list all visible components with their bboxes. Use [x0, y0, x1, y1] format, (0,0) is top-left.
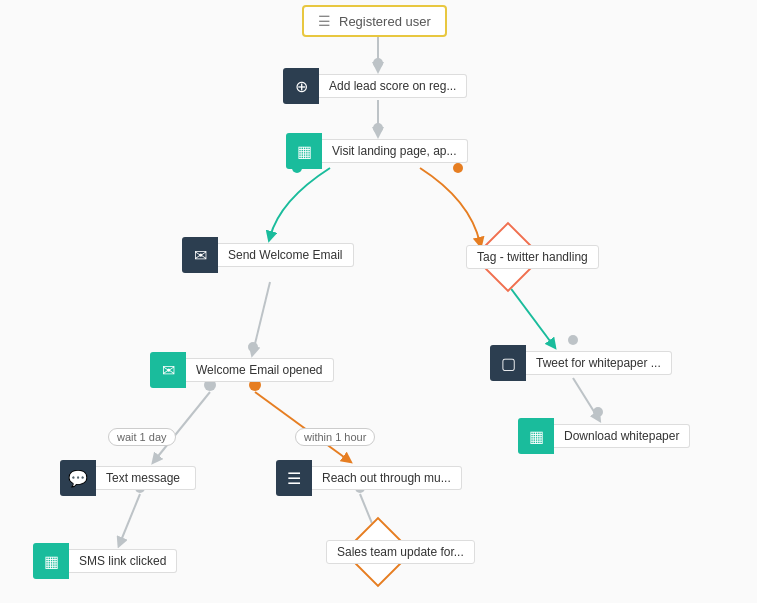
- tweet-whitepaper-node[interactable]: ▢ Tweet for whitepaper ...: [490, 345, 672, 381]
- sms-link-clicked-label: SMS link clicked: [69, 549, 177, 573]
- reach-out-node[interactable]: ☰ Reach out through mu...: [276, 460, 462, 496]
- svg-line-6: [255, 392, 348, 460]
- add-lead-icon: ⊕: [283, 68, 319, 104]
- sales-team-node[interactable]: 👥 Sales team update for...: [268, 527, 488, 577]
- svg-point-9: [373, 58, 383, 68]
- sms-link-clicked-node[interactable]: ▦ SMS link clicked: [33, 543, 177, 579]
- text-message-icon: 💬: [60, 460, 96, 496]
- text-message-label: Text message: [96, 466, 196, 490]
- text-message-node[interactable]: 💬 Text message: [60, 460, 196, 496]
- sales-team-label: Sales team update for...: [326, 540, 475, 564]
- svg-line-5: [155, 392, 210, 460]
- list-icon: ☰: [318, 13, 331, 29]
- send-welcome-icon: ✉: [182, 237, 218, 273]
- download-icon: ▦: [518, 418, 554, 454]
- send-welcome-node[interactable]: ✉ Send Welcome Email: [182, 237, 354, 273]
- add-lead-score-label: Add lead score on reg...: [319, 74, 467, 98]
- svg-line-7: [120, 494, 140, 543]
- download-whitepaper-node[interactable]: ▦ Download whitepaper: [518, 418, 690, 454]
- svg-point-20: [568, 335, 578, 345]
- visit-landing-node[interactable]: ▦ Visit landing page, ap...: [286, 133, 468, 169]
- visit-landing-label: Visit landing page, ap...: [322, 139, 468, 163]
- tag-twitter-label: Tag - twitter handling: [466, 245, 599, 269]
- wait-day-badge: wait 1 day: [108, 428, 176, 446]
- svg-point-11: [248, 342, 258, 352]
- registered-user-label: Registered user: [339, 14, 431, 29]
- welcome-opened-node[interactable]: ✉ Welcome Email opened: [150, 352, 334, 388]
- svg-point-10: [373, 123, 383, 133]
- tag-twitter-node[interactable]: 🏷 Tag - twitter handling: [408, 232, 608, 282]
- svg-line-4: [573, 378, 598, 418]
- reach-out-label: Reach out through mu...: [312, 466, 462, 490]
- tweet-icon: ▢: [490, 345, 526, 381]
- visit-landing-icon: ▦: [286, 133, 322, 169]
- download-whitepaper-label: Download whitepaper: [554, 424, 690, 448]
- svg-point-19: [593, 407, 603, 417]
- sms-link-icon: ▦: [33, 543, 69, 579]
- welcome-opened-icon: ✉: [150, 352, 186, 388]
- send-welcome-label: Send Welcome Email: [218, 243, 354, 267]
- within-hour-badge: within 1 hour: [295, 428, 375, 446]
- reach-out-icon: ☰: [276, 460, 312, 496]
- tweet-whitepaper-label: Tweet for whitepaper ...: [526, 351, 672, 375]
- add-lead-score-node[interactable]: ⊕ Add lead score on reg...: [283, 68, 467, 104]
- svg-line-2: [253, 282, 270, 352]
- registered-user-node[interactable]: ☰ Registered user: [302, 5, 447, 37]
- workflow-canvas: ☰ Registered user ⊕ Add lead score on re…: [0, 0, 757, 603]
- welcome-opened-label: Welcome Email opened: [186, 358, 334, 382]
